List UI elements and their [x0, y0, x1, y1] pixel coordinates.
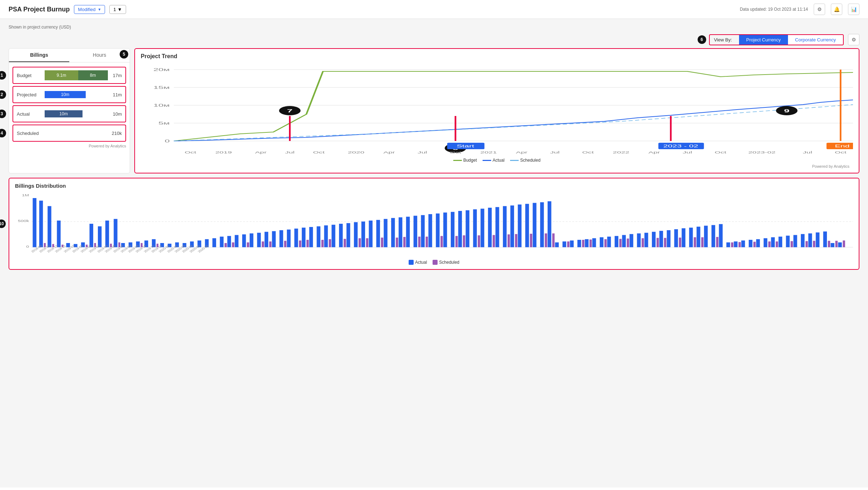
svg-text:2022: 2022	[613, 151, 629, 154]
svg-rect-163	[585, 239, 588, 247]
data-updated-label: Data updated: 19 Oct 2023 at 11:14	[740, 7, 808, 12]
svg-text:Oct: Oct	[313, 151, 325, 154]
svg-rect-137	[463, 235, 465, 247]
view-settings-button[interactable]: ⚙	[848, 34, 859, 45]
svg-text:Start: Start	[457, 144, 474, 148]
svg-rect-184	[682, 228, 685, 247]
svg-rect-161	[577, 240, 581, 247]
legend-scheduled-dist-label: Scheduled	[439, 260, 459, 265]
svg-rect-65	[105, 221, 109, 247]
svg-rect-164	[589, 239, 592, 247]
filter-dropdown[interactable]: 1 ▼	[109, 5, 126, 14]
svg-rect-213	[816, 232, 819, 247]
svg-rect-62	[90, 224, 93, 247]
svg-text:20м: 20м	[153, 67, 170, 72]
svg-rect-121	[391, 218, 395, 247]
svg-rect-124	[403, 237, 406, 247]
svg-rect-155	[548, 201, 551, 247]
svg-rect-136	[458, 211, 462, 247]
svg-rect-158	[563, 242, 566, 247]
svg-rect-177	[652, 232, 655, 247]
trend-panel: Project Trend 20м 15м 10м 5м 0	[134, 48, 859, 173]
svg-rect-122	[396, 238, 398, 247]
header-right: Data updated: 19 Oct 2023 at 11:14 ⚙ 🔔 📊	[740, 4, 859, 15]
svg-rect-133	[443, 213, 447, 247]
svg-text:Oct: Oct	[582, 151, 594, 154]
actual-label: Actual	[17, 111, 42, 117]
svg-rect-132	[440, 236, 443, 247]
corporate-currency-button[interactable]: Corporate Currency	[788, 35, 843, 45]
project-currency-button[interactable]: Project Currency	[739, 35, 788, 45]
svg-rect-201	[764, 238, 767, 247]
svg-rect-110	[339, 224, 343, 247]
modified-dropdown[interactable]: Modified ▼	[74, 5, 105, 14]
chevron-down-icon: ▼	[98, 7, 101, 11]
svg-text:7: 7	[287, 108, 293, 113]
svg-rect-86	[227, 236, 231, 247]
svg-rect-200	[756, 239, 760, 247]
svg-rect-112	[346, 223, 350, 247]
actual-val2: 10m	[113, 111, 122, 117]
svg-rect-135	[455, 236, 458, 247]
svg-rect-198	[749, 240, 752, 247]
svg-rect-52	[39, 201, 43, 247]
svg-rect-179	[659, 231, 663, 247]
tabs-row: Billings Hours	[9, 49, 130, 62]
svg-rect-150	[525, 204, 529, 247]
settings-button[interactable]: ⚙	[814, 4, 825, 15]
svg-rect-178	[657, 238, 659, 247]
legend-actual-label: Actual	[493, 158, 504, 163]
settings-icon: ⚙	[817, 6, 822, 12]
summary-panel: 5 Billings Hours 1 Budget 9.1m 8m	[9, 48, 130, 173]
actual-bar: 10m	[45, 109, 108, 119]
chart-icon: 📊	[851, 6, 857, 12]
notifications-button[interactable]: 🔔	[831, 4, 842, 15]
svg-rect-148	[515, 234, 518, 247]
svg-rect-211	[808, 233, 812, 247]
svg-rect-188	[701, 237, 704, 247]
header-left: PSA Project Burnup Modified ▼ 1 ▼	[9, 5, 126, 14]
svg-text:Jul: Jul	[550, 151, 560, 154]
svg-rect-115	[361, 222, 365, 247]
svg-rect-90	[247, 242, 249, 247]
projected-bar: 10m	[45, 90, 108, 100]
scheduled-metric: Scheduled 210k	[13, 125, 126, 142]
svg-text:Oct: Oct	[715, 151, 727, 154]
svg-rect-56	[57, 221, 60, 247]
svg-rect-214	[823, 232, 827, 247]
svg-rect-210	[805, 241, 808, 247]
trend-powered-by: Powered by Analytics	[141, 164, 853, 168]
svg-rect-185	[689, 228, 693, 247]
svg-rect-139	[473, 209, 477, 247]
svg-rect-182	[674, 229, 678, 247]
svg-rect-117	[369, 221, 373, 247]
svg-rect-169	[615, 236, 618, 247]
svg-rect-54	[48, 206, 51, 247]
scheduled-row-wrapper: 4 Scheduled 210k	[9, 125, 130, 142]
badge-4: 4	[0, 129, 6, 137]
badge-3: 3	[0, 110, 6, 118]
filter-icon: ▼	[118, 7, 122, 12]
header: PSA Project Burnup Modified ▼ 1 ▼ Data u…	[0, 0, 868, 19]
projected-label: Projected	[17, 92, 42, 97]
svg-rect-92	[257, 233, 261, 247]
svg-rect-141	[480, 209, 484, 247]
svg-rect-113	[354, 222, 358, 247]
svg-text:Apr: Apr	[383, 151, 395, 154]
svg-text:Jul: Jul	[285, 151, 295, 154]
legend-actual: Actual	[483, 158, 504, 163]
svg-text:0: 0	[26, 245, 29, 249]
analytics-button[interactable]: 📊	[848, 4, 859, 15]
svg-rect-83	[213, 238, 216, 247]
tab-billings[interactable]: Billings	[9, 49, 69, 62]
budget-total: 17m	[113, 73, 122, 78]
svg-rect-131	[436, 213, 439, 247]
svg-rect-84	[220, 237, 223, 247]
svg-rect-120	[384, 219, 387, 247]
svg-rect-219	[843, 241, 845, 247]
projected-metric: Projected 10m 11m	[13, 86, 126, 103]
svg-rect-165	[592, 238, 596, 247]
actual-row-wrapper: 3 Actual 10m 10m	[9, 105, 130, 122]
budget-label: Budget	[17, 73, 42, 78]
svg-rect-85	[225, 243, 227, 247]
